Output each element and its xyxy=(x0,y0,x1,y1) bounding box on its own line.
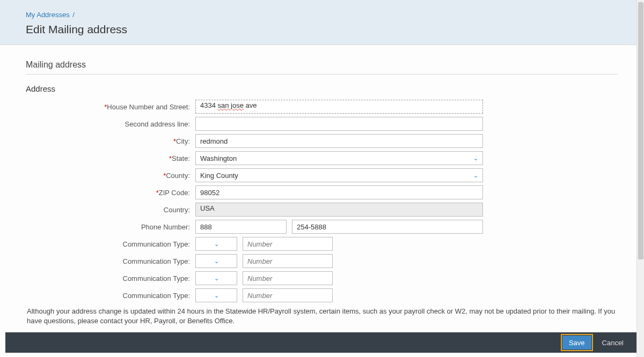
footer-toolbar: Save Cancel xyxy=(5,332,636,353)
breadcrumb-link-my-addresses[interactable]: My Addresses xyxy=(26,11,70,19)
row-city: *City: xyxy=(41,134,618,148)
comm-type-select-1[interactable]: ⌄ xyxy=(195,237,237,251)
comm-number-input-2[interactable] xyxy=(243,254,333,268)
row-state: *State: Washington ⌄ xyxy=(41,151,618,165)
row-zip: *ZIP Code: xyxy=(41,185,618,199)
comm-type-select-2[interactable]: ⌄ xyxy=(195,254,237,268)
label-comm-2: Communication Type: xyxy=(41,257,195,265)
page-header: My Addresses / Edit Mailing address xyxy=(0,0,644,45)
row-comm-4: Communication Type: ⌄ xyxy=(41,288,618,302)
chevron-down-icon: ⌄ xyxy=(214,275,219,282)
country-field: USA xyxy=(195,203,483,217)
row-comm-1: Communication Type: ⌄ xyxy=(41,237,618,251)
chevron-down-icon: ⌄ xyxy=(473,172,478,179)
label-second-line: Second address line: xyxy=(41,120,195,128)
label-city: *City: xyxy=(41,137,195,145)
comm-type-select-3[interactable]: ⌄ xyxy=(195,271,237,285)
scrollbar-thumb[interactable] xyxy=(638,2,643,259)
disclaimer-text: Although your address change is updated … xyxy=(26,307,618,325)
label-state: *State: xyxy=(41,154,195,162)
chevron-down-icon: ⌄ xyxy=(214,292,219,299)
county-value: King County xyxy=(200,172,238,180)
city-input[interactable] xyxy=(195,134,483,148)
label-comm-3: Communication Type: xyxy=(41,274,195,282)
row-house-street: *House Number and Street: 4334 san jose … xyxy=(41,100,618,114)
breadcrumb: My Addresses / xyxy=(26,11,618,19)
zip-input[interactable] xyxy=(195,185,483,199)
subsection-title: Address xyxy=(26,84,618,93)
chevron-down-icon: ⌄ xyxy=(473,155,478,162)
label-county: *County: xyxy=(41,172,195,180)
cancel-button[interactable]: Cancel xyxy=(596,336,630,349)
label-phone: Phone Number: xyxy=(41,223,195,231)
row-phone: Phone Number: xyxy=(41,220,618,234)
row-country: Country: USA xyxy=(41,203,618,217)
row-comm-3: Communication Type: ⌄ xyxy=(41,271,618,285)
label-zip: *ZIP Code: xyxy=(41,189,195,197)
label-comm-1: Communication Type: xyxy=(41,240,195,248)
second-line-input[interactable] xyxy=(195,117,483,131)
comm-number-input-1[interactable] xyxy=(243,237,333,251)
state-value: Washington xyxy=(200,154,237,162)
chevron-down-icon: ⌄ xyxy=(214,258,219,265)
chevron-down-icon: ⌄ xyxy=(214,241,219,248)
row-comm-2: Communication Type: ⌄ xyxy=(41,254,618,268)
county-select[interactable]: King County ⌄ xyxy=(195,168,483,182)
label-comm-4: Communication Type: xyxy=(41,292,195,300)
phone-main-input[interactable] xyxy=(292,220,483,234)
comm-number-input-4[interactable] xyxy=(243,288,333,302)
section-title: Mailing address xyxy=(26,60,618,75)
comm-number-input-3[interactable] xyxy=(243,271,333,285)
page-title: Edit Mailing address xyxy=(26,23,618,36)
row-county: *County: King County ⌄ xyxy=(41,168,618,182)
house-street-input[interactable]: 4334 san jose ave xyxy=(195,100,483,114)
comm-type-select-4[interactable]: ⌄ xyxy=(195,288,237,302)
row-second-line: Second address line: xyxy=(41,117,618,131)
state-select[interactable]: Washington ⌄ xyxy=(195,151,483,165)
label-house-street: *House Number and Street: xyxy=(41,103,195,111)
content-area: Mailing address Address *House Number an… xyxy=(0,45,644,325)
vertical-scrollbar[interactable] xyxy=(636,0,644,357)
breadcrumb-separator: / xyxy=(72,11,75,19)
save-button[interactable]: Save xyxy=(562,336,591,349)
address-form: Address *House Number and Street: 4334 s… xyxy=(41,84,618,302)
label-country: Country: xyxy=(41,206,195,214)
phone-prefix-input[interactable] xyxy=(195,220,287,234)
